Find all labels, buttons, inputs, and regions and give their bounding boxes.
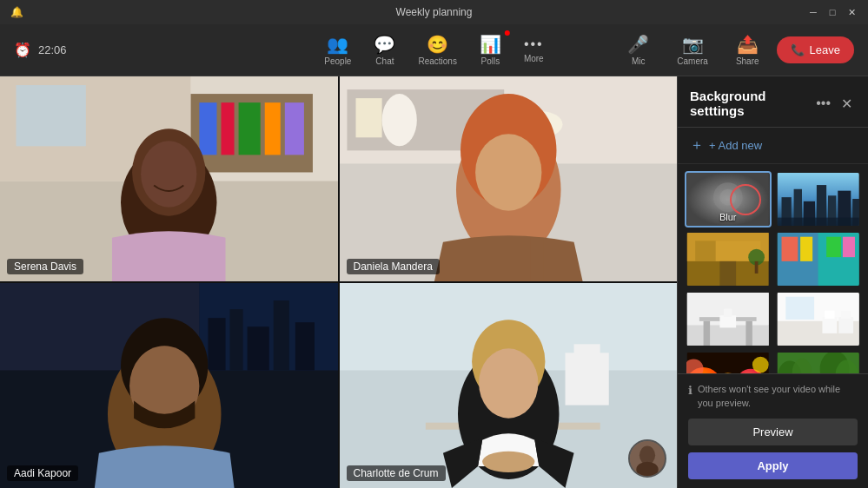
- bg-settings-panel: Background setttings ••• ✕ ＋ + Add new: [677, 76, 868, 488]
- svg-rect-30: [230, 309, 243, 370]
- name-tag-charlotte: Charlotte de Crum: [347, 465, 446, 481]
- maximize-button[interactable]: □: [826, 6, 838, 18]
- name-tag-daniela: Daniela Mandera: [347, 259, 440, 274]
- svg-point-46: [479, 348, 538, 418]
- video-cell-daniela: Daniela Mandera: [340, 76, 678, 281]
- title-bar: 🔔 Weekly planning ─ □ ✕: [0, 0, 868, 24]
- add-icon: ＋: [690, 136, 704, 155]
- window-title: Weekly planning: [396, 6, 473, 18]
- video-cell-serena: Serena Davis: [0, 76, 338, 281]
- svg-rect-32: [274, 300, 289, 370]
- more-icon: •••: [524, 36, 544, 52]
- toolbar: ⏰ 22:06 👥 People 💬 Chat 😊 Reactions 📊 Po…: [0, 24, 868, 76]
- svg-rect-75: [826, 237, 841, 257]
- svg-rect-81: [704, 321, 711, 346]
- svg-rect-67: [719, 261, 736, 286]
- window-left-controls: 🔔: [10, 6, 23, 18]
- panel-footer: ℹ Others won't see your video while you …: [678, 373, 868, 488]
- camera-icon: 📷: [682, 34, 704, 55]
- share-button[interactable]: 📤 Share: [726, 29, 770, 71]
- polls-label: Polls: [481, 56, 500, 66]
- reactions-button[interactable]: 😊 Reactions: [407, 29, 467, 71]
- camera-button[interactable]: 📷 Camera: [666, 29, 719, 71]
- self-avatar: [628, 439, 666, 478]
- more-button[interactable]: ••• More: [514, 31, 554, 69]
- chat-button[interactable]: 💬 Chat: [363, 29, 406, 71]
- apply-label: Apply: [757, 459, 788, 472]
- add-new-label: + Add new: [709, 139, 762, 152]
- polls-notification: [505, 30, 510, 36]
- svg-rect-7: [285, 102, 304, 155]
- minimize-button[interactable]: ─: [807, 6, 819, 18]
- leave-button[interactable]: 📞 Leave: [777, 36, 854, 63]
- svg-point-47: [482, 452, 534, 472]
- svg-rect-73: [781, 237, 798, 261]
- preview-label: Preview: [752, 425, 792, 439]
- polls-button[interactable]: 📊 Polls: [469, 29, 512, 71]
- svg-rect-5: [239, 102, 261, 155]
- svg-rect-16: [355, 98, 381, 137]
- close-button[interactable]: ✕: [845, 6, 858, 18]
- svg-rect-24: [530, 238, 543, 281]
- svg-point-22: [475, 134, 541, 210]
- svg-rect-40: [573, 344, 600, 361]
- bg-nature-option[interactable]: [775, 351, 862, 373]
- panel-title: Background setttings: [690, 89, 812, 118]
- apply-button[interactable]: Apply: [688, 452, 858, 479]
- bg-thumbnail-grid: Blur: [678, 164, 868, 373]
- time-display: 22:06: [38, 43, 67, 56]
- svg-point-53: [719, 189, 736, 206]
- camera-label: Camera: [677, 56, 708, 66]
- name-tag-aadi: Aadi Kapoor: [7, 465, 78, 481]
- svg-rect-3: [199, 102, 216, 155]
- people-label: People: [324, 56, 351, 66]
- people-button[interactable]: 👥 People: [314, 29, 361, 71]
- bg-office1-option[interactable]: [685, 231, 772, 287]
- panel-close-button[interactable]: ✕: [838, 92, 856, 115]
- svg-rect-89: [822, 317, 837, 333]
- mic-button[interactable]: 🎤 Mic: [617, 29, 659, 71]
- panel-header: Background setttings ••• ✕: [678, 76, 868, 128]
- bg-balls-option[interactable]: [685, 351, 772, 373]
- more-label: More: [524, 54, 544, 63]
- svg-rect-91: [825, 311, 834, 319]
- video-grid: Serena Davis: [0, 76, 677, 488]
- add-new-button[interactable]: ＋ + Add new: [678, 128, 868, 164]
- polls-icon: 📊: [480, 34, 501, 55]
- timer-icon: ⏰: [14, 42, 31, 58]
- bg-office2-option[interactable]: [775, 231, 862, 287]
- svg-rect-62: [777, 218, 858, 226]
- svg-point-98: [752, 357, 769, 373]
- video-cell-aadi: Aadi Kapoor: [0, 283, 338, 488]
- svg-rect-83: [719, 315, 736, 327]
- leave-label: Leave: [810, 43, 840, 56]
- svg-rect-4: [222, 102, 235, 155]
- preview-button[interactable]: Preview: [688, 419, 858, 445]
- people-icon: 👥: [327, 34, 348, 55]
- video-cell-charlotte: Charlotte de Crum: [340, 283, 678, 488]
- mic-icon: 🎤: [627, 34, 649, 55]
- share-icon: 📤: [737, 34, 759, 55]
- chat-icon: 💬: [374, 34, 395, 55]
- svg-rect-29: [208, 318, 225, 370]
- info-icon: ℹ: [688, 383, 692, 399]
- panel-more-button[interactable]: •••: [812, 92, 834, 115]
- blur-label: Blur: [719, 212, 737, 222]
- svg-rect-74: [800, 237, 812, 261]
- bg-white1-option[interactable]: [685, 291, 772, 347]
- share-label: Share: [736, 56, 759, 66]
- bg-city-option[interactable]: [775, 171, 862, 228]
- svg-rect-31: [248, 326, 269, 370]
- info-text: Others won't see your video while you pr…: [698, 383, 858, 410]
- bg-white2-option[interactable]: [775, 291, 862, 347]
- svg-rect-76: [842, 237, 854, 257]
- bg-blur-option[interactable]: Blur: [685, 171, 772, 228]
- svg-rect-69: [755, 261, 759, 274]
- chat-label: Chat: [375, 56, 394, 66]
- info-text-container: ℹ Others won't see your video while you …: [688, 383, 858, 410]
- svg-rect-9: [17, 85, 86, 146]
- svg-rect-82: [745, 321, 752, 346]
- svg-point-12: [141, 141, 196, 207]
- reactions-icon: 😊: [427, 34, 448, 55]
- window-controls[interactable]: ─ □ ✕: [807, 6, 858, 18]
